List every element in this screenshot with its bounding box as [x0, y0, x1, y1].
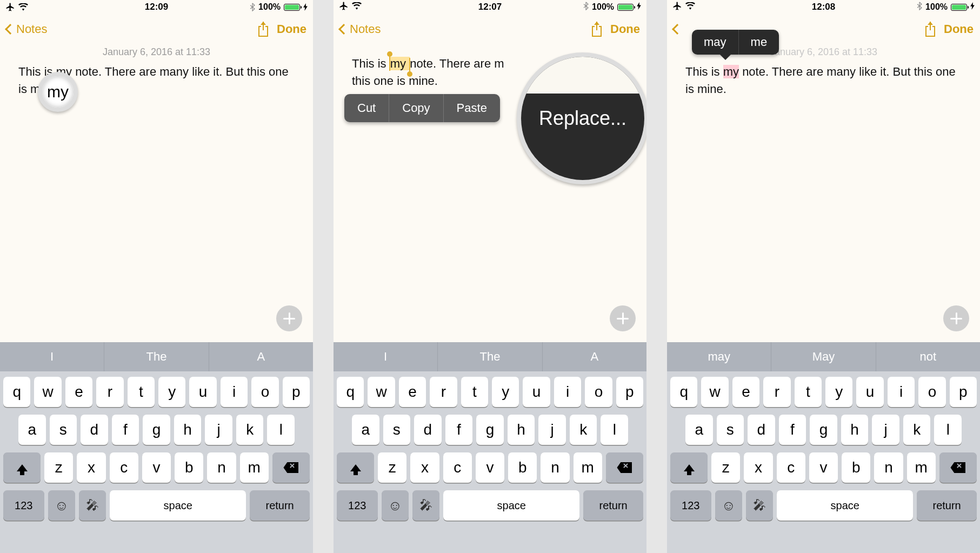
note-body[interactable]: This is my note. There are many like it.… [667, 58, 980, 342]
key-s[interactable]: s [717, 415, 744, 445]
highlighted-word[interactable]: my [723, 65, 739, 78]
key-m[interactable]: m [907, 452, 936, 483]
key-e[interactable]: e [399, 377, 426, 407]
key-v[interactable]: v [809, 452, 838, 483]
edit-copy[interactable]: Copy [389, 94, 443, 122]
key-s[interactable]: s [50, 415, 77, 445]
key-f[interactable]: f [779, 415, 806, 445]
key-r[interactable]: r [763, 377, 790, 407]
key-backspace[interactable] [272, 452, 310, 483]
key-g[interactable]: g [476, 415, 504, 445]
key-l[interactable]: l [267, 415, 295, 445]
back-button[interactable]: Notes [6, 22, 47, 36]
suggestion-3[interactable]: not [876, 342, 980, 371]
key-g[interactable]: g [810, 415, 837, 445]
key-return[interactable]: return [250, 490, 310, 521]
key-j[interactable]: j [205, 415, 232, 445]
suggestion-1[interactable]: may [667, 342, 771, 371]
key-backspace[interactable] [939, 452, 977, 483]
key-mic[interactable]: 🎤︎ [412, 490, 439, 521]
done-button[interactable]: Done [944, 22, 974, 36]
key-shift[interactable] [337, 452, 374, 483]
key-y[interactable]: y [492, 377, 519, 407]
key-j[interactable]: j [538, 415, 566, 445]
key-u[interactable]: u [523, 377, 550, 407]
suggestion-2[interactable]: May [771, 342, 876, 371]
key-w[interactable]: w [34, 377, 61, 407]
key-m[interactable]: m [574, 452, 602, 483]
key-backspace[interactable] [606, 452, 643, 483]
replace-option-1[interactable]: may [692, 30, 739, 55]
key-k[interactable]: k [236, 415, 264, 445]
key-z[interactable]: z [378, 452, 406, 483]
key-o[interactable]: o [918, 377, 945, 407]
key-k[interactable]: k [570, 415, 597, 445]
key-h[interactable]: h [841, 415, 869, 445]
key-i[interactable]: i [554, 377, 581, 407]
key-w[interactable]: w [368, 377, 395, 407]
magnified-replace-label[interactable]: Replace... [539, 107, 626, 130]
key-space[interactable]: space [777, 490, 913, 521]
add-attachment-button[interactable] [943, 305, 969, 331]
key-t[interactable]: t [461, 377, 488, 407]
suggestion-2[interactable]: The [438, 342, 542, 371]
key-d[interactable]: d [414, 415, 442, 445]
key-c[interactable]: c [777, 452, 805, 483]
share-button[interactable] [257, 22, 269, 37]
key-emoji[interactable]: ☺ [382, 490, 409, 521]
back-button[interactable]: Notes [340, 22, 381, 36]
suggestion-3[interactable]: A [209, 342, 313, 371]
key-l[interactable]: l [934, 415, 962, 445]
key-i[interactable]: i [888, 377, 915, 407]
key-v[interactable]: v [142, 452, 171, 483]
key-m[interactable]: m [240, 452, 269, 483]
key-a[interactable]: a [18, 415, 46, 445]
key-q[interactable]: q [670, 377, 697, 407]
key-n[interactable]: n [207, 452, 236, 483]
key-z[interactable]: z [711, 452, 740, 483]
key-n[interactable]: n [541, 452, 569, 483]
key-return[interactable]: return [917, 490, 977, 521]
suggestion-2[interactable]: The [104, 342, 209, 371]
key-i[interactable]: i [221, 377, 248, 407]
key-c[interactable]: c [443, 452, 472, 483]
key-return[interactable]: return [583, 490, 643, 521]
key-mic[interactable]: 🎤︎ [79, 490, 106, 521]
key-y[interactable]: y [825, 377, 852, 407]
key-k[interactable]: k [903, 415, 931, 445]
key-f[interactable]: f [112, 415, 139, 445]
suggestion-3[interactable]: A [543, 342, 646, 371]
key-y[interactable]: y [158, 377, 185, 407]
edit-cut[interactable]: Cut [344, 94, 389, 122]
key-n[interactable]: n [874, 452, 903, 483]
key-x[interactable]: x [77, 452, 105, 483]
key-s[interactable]: s [383, 415, 411, 445]
key-e[interactable]: e [732, 377, 759, 407]
key-w[interactable]: w [701, 377, 728, 407]
suggestion-1[interactable]: I [334, 342, 438, 371]
key-d[interactable]: d [748, 415, 775, 445]
key-p[interactable]: p [950, 377, 977, 407]
edit-paste[interactable]: Paste [444, 94, 500, 122]
key-b[interactable]: b [842, 452, 870, 483]
add-attachment-button[interactable] [276, 305, 302, 331]
key-123[interactable]: 123 [3, 490, 44, 521]
done-button[interactable]: Done [610, 22, 640, 36]
key-t[interactable]: t [128, 377, 155, 407]
key-123[interactable]: 123 [670, 490, 711, 521]
key-l[interactable]: l [601, 415, 628, 445]
add-attachment-button[interactable] [610, 305, 636, 331]
key-shift[interactable] [3, 452, 41, 483]
key-f[interactable]: f [445, 415, 473, 445]
key-e[interactable]: e [65, 377, 92, 407]
key-p[interactable]: p [616, 377, 643, 407]
key-c[interactable]: c [110, 452, 138, 483]
share-button[interactable] [591, 22, 603, 37]
key-d[interactable]: d [81, 415, 108, 445]
key-z[interactable]: z [44, 452, 73, 483]
key-o[interactable]: o [251, 377, 278, 407]
key-emoji[interactable]: ☺ [715, 490, 742, 521]
key-space[interactable]: space [443, 490, 579, 521]
key-t[interactable]: t [795, 377, 822, 407]
selected-word[interactable]: my [390, 57, 410, 70]
